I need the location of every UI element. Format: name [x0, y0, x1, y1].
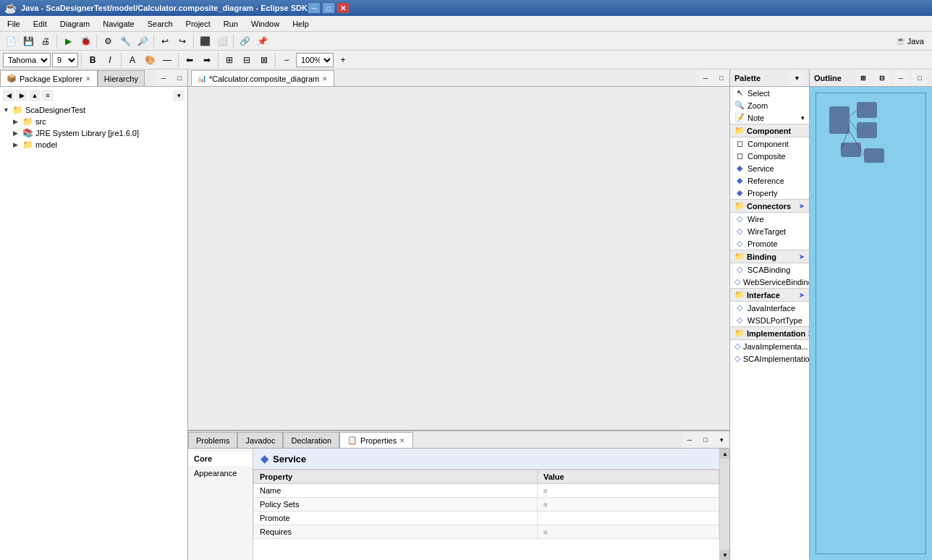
palette-javaimplementa[interactable]: ◇ JavaImplementa... — [730, 340, 809, 352]
menu-run[interactable]: Run — [219, 18, 242, 30]
menu-file[interactable]: File — [3, 18, 25, 30]
toolbar-btn-4[interactable]: 🔧 — [117, 33, 133, 49]
toolbar-btn-3[interactable]: ⚙ — [100, 33, 116, 49]
bottom-min-btn[interactable]: ─ — [682, 432, 698, 448]
print-button[interactable]: 🖨 — [38, 33, 54, 49]
save-button[interactable]: 💾 — [20, 33, 36, 49]
font-selector[interactable]: Tahoma — [3, 53, 51, 67]
palette-zoom[interactable]: 🔍 Zoom — [730, 99, 809, 111]
palette-webservicebinding[interactable]: ◇ WebServiceBinding — [730, 276, 809, 288]
toolbar-btn-5[interactable]: 🔎 — [135, 33, 151, 49]
props-left-core[interactable]: Core — [188, 451, 253, 466]
align-left-button[interactable]: ⬅ — [182, 52, 198, 68]
props-vscrollbar[interactable]: ▲ ▼ — [719, 449, 729, 560]
maximize-button[interactable]: □ — [322, 2, 335, 14]
tab-properties[interactable]: 📋 Properties ✕ — [339, 432, 413, 448]
bottom-extra-btn[interactable]: ▾ — [713, 432, 729, 448]
pkg-up-btn[interactable]: ▲ — [29, 90, 41, 101]
left-panel-max-btn[interactable]: □ — [171, 70, 187, 86]
props-scroll-up[interactable]: ▲ — [720, 449, 729, 459]
grid-button[interactable]: ⊟ — [239, 52, 255, 68]
palette-reference[interactable]: ◆ Reference — [730, 174, 809, 187]
toolbar-btn-9[interactable]: ⬜ — [214, 33, 230, 49]
tree-item-src[interactable]: ▶ 📁 src — [13, 116, 185, 127]
layout-button[interactable]: ⊠ — [256, 52, 272, 68]
bold-button[interactable]: B — [85, 52, 101, 68]
outline-close[interactable]: ─ — [893, 70, 909, 86]
palette-promote[interactable]: ◇ Promote — [730, 237, 809, 250]
pkg-fwd-btn[interactable]: ▶ — [16, 90, 27, 101]
debug-button[interactable]: 🐞 — [77, 33, 93, 49]
tab-diagram[interactable]: 📊 *Calculator.composite_diagram ✕ — [191, 70, 334, 86]
snap-button[interactable]: ⊞ — [221, 52, 237, 68]
tree-root[interactable]: ▼ 📁 ScaDesignerTest — [3, 104, 185, 116]
properties-close[interactable]: ✕ — [399, 437, 405, 444]
palette-wsdlporttype[interactable]: ◇ WSDLPortType — [730, 314, 809, 326]
outline-btn2[interactable]: ⊟ — [874, 70, 890, 86]
pkg-collapse-btn[interactable]: ≡ — [42, 90, 54, 101]
tree-item-jre[interactable]: ▶ 📚 JRE System Library [jre1.6.0] — [13, 127, 185, 139]
toolbar-btn-6[interactable]: ↩ — [157, 33, 173, 49]
palette-menu-btn[interactable]: ▾ — [789, 70, 805, 86]
java-perspective-btn[interactable]: ☕ Java — [891, 33, 929, 49]
tree-item-model[interactable]: ▶ 📁 model — [13, 139, 185, 150]
run-button[interactable]: ▶ — [60, 33, 76, 49]
zoom-out-btn[interactable]: − — [279, 52, 295, 68]
menu-navigate[interactable]: Navigate — [98, 18, 138, 30]
palette-service[interactable]: ◆ Service — [730, 162, 809, 174]
palette-select[interactable]: ↖ Select — [730, 87, 809, 99]
font-color-button[interactable]: A — [124, 52, 140, 68]
palette-component[interactable]: ◻ Component — [730, 137, 809, 150]
tab-package-explorer[interactable]: 📦 Package Explorer ✕ — [0, 70, 98, 86]
tab-javadoc[interactable]: Javadoc — [237, 432, 283, 448]
toolbar-btn-7[interactable]: ↪ — [174, 33, 190, 49]
left-panel-min-btn[interactable]: ─ — [156, 70, 171, 86]
palette-section-connectors[interactable]: 📁 Connectors ➤ — [730, 199, 809, 213]
props-left-appearance[interactable]: Appearance — [188, 466, 253, 480]
minimize-button[interactable]: ─ — [308, 2, 321, 14]
props-policysets-value[interactable]: ≡ — [537, 498, 719, 512]
toolbar-btn-11[interactable]: 📌 — [254, 33, 270, 49]
font-size-selector[interactable]: 9 — [52, 53, 78, 67]
menu-diagram[interactable]: Diagram — [56, 18, 95, 30]
align-right-button[interactable]: ➡ — [199, 52, 215, 68]
palette-wiretarget[interactable]: ◇ WireTarget — [730, 225, 809, 237]
palette-section-implementation[interactable]: 📁 Implementation ➤ — [730, 326, 809, 340]
close-button[interactable]: ✕ — [336, 2, 350, 14]
tab-problems[interactable]: Problems — [188, 432, 237, 448]
toolbar-btn-10[interactable]: 🔗 — [237, 33, 253, 49]
menu-help[interactable]: Help — [288, 18, 313, 30]
palette-property[interactable]: ◆ Property — [730, 187, 809, 199]
palette-composite[interactable]: ◻ Composite — [730, 150, 809, 162]
props-scroll-down[interactable]: ▼ — [720, 550, 729, 560]
line-color-button[interactable]: — — [159, 52, 175, 68]
outline-max[interactable]: □ — [912, 70, 928, 86]
pkg-back-btn[interactable]: ◀ — [3, 90, 14, 101]
italic-button[interactable]: I — [102, 52, 118, 68]
palette-section-interface[interactable]: 📁 Interface ➤ — [730, 288, 809, 302]
props-promote-value[interactable] — [537, 512, 719, 525]
palette-scaimplementation[interactable]: ◇ SCAImplementation — [730, 352, 809, 365]
editor-max-btn[interactable]: □ — [713, 70, 729, 86]
palette-section-binding[interactable]: 📁 Binding ➤ — [730, 250, 809, 263]
outline-btn1[interactable]: ⊞ — [855, 70, 871, 86]
palette-javainterface[interactable]: ◇ JavaInterface — [730, 302, 809, 314]
menu-search[interactable]: Search — [143, 18, 177, 30]
palette-scabinding[interactable]: ◇ SCABinding — [730, 263, 809, 276]
palette-section-component[interactable]: 📁 Component — [730, 124, 809, 137]
diagram-tab-close[interactable]: ✕ — [322, 75, 328, 82]
props-name-value[interactable]: ≡ — [537, 484, 719, 498]
editor-min-btn[interactable]: ─ — [698, 70, 713, 86]
zoom-in-btn[interactable]: + — [335, 52, 351, 68]
package-explorer-close[interactable]: ✕ — [85, 75, 91, 82]
zoom-selector[interactable]: 100% 75% 150% — [296, 53, 334, 67]
props-requires-value[interactable]: ≡ — [537, 525, 719, 539]
fill-color-button[interactable]: 🎨 — [142, 52, 158, 68]
toolbar-btn-8[interactable]: ⬛ — [197, 33, 213, 49]
menu-edit[interactable]: Edit — [29, 18, 51, 30]
menu-project[interactable]: Project — [182, 18, 215, 30]
palette-note[interactable]: 📝 Note ▾ — [730, 111, 809, 124]
palette-wire[interactable]: ◇ Wire — [730, 213, 809, 225]
bottom-max-btn[interactable]: □ — [698, 432, 713, 448]
pkg-menu-btn[interactable]: ▾ — [173, 90, 185, 101]
